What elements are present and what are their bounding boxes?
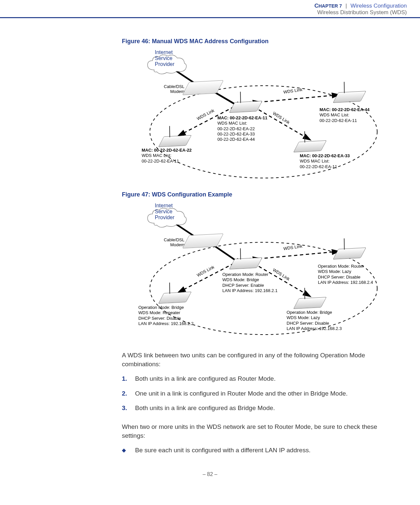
list-item: 2.One unit in a link is configured in Ro… [122,389,395,398]
modem-icon-47 [182,233,224,248]
svg-line-11 [259,252,338,259]
figure-47-caption: Figure 47: WDS Configuration Example [122,191,395,198]
ap-left-47 [158,292,191,304]
cfg-line: LAN IP Address: 192.168.2.2 [138,321,193,326]
intro-text: A WDS link between two units can be conf… [122,351,395,369]
separator: | [346,3,347,9]
cfg-line: DHCP Server: Disable [138,316,193,321]
chapter-label: CHAPTER 7 | Wireless Configuration [314,3,407,9]
modem-label-47: Cable/DSL Modem [155,237,184,247]
mac-sub: WDS MAC List: [142,153,192,158]
ap-bottomright-46 [293,140,326,152]
list-item-text: One unit in a link is configured in Rout… [135,390,348,397]
figure-46-caption: Figure 46: Manual WDS MAC Address Config… [122,38,395,45]
page-number: – 82 – [0,471,420,477]
cfg-line: WDS Mode: Lazy [318,269,373,274]
ap-left-46 [158,135,191,147]
modem-label-46: Cable/DSL Modem [155,84,184,94]
isp-label-46: Internet Service Provider [155,49,175,67]
list-item: Be sure each unit is configured with a d… [122,446,395,455]
mac-title: MAC: 00-22-2D-62-EA-33 [300,153,350,159]
cfg-line: LAN IP Address: 192.168.2.4 [318,280,373,285]
figure-47-diagram: Internet Service Provider Cable/DSL Mode… [135,203,385,341]
cfg-line: Operation Mode: Bridge [287,310,342,315]
cfg-line: Operation Mode: Bridge [138,305,193,310]
chapter-rest: HAPTER 7 [319,3,342,9]
mac-title: MAC: 00-22-2D-62-EA-44 [320,107,370,112]
followup-text: When two or more units in the WDS networ… [122,423,395,440]
wds-link-label-3: WDS Link [283,87,302,95]
annotation-left-46: MAC: 00-22-2D-62-EA-22 WDS MAC List: 00-… [142,148,192,164]
cfg-line: WDS Mode: Lazy [287,315,342,320]
list-item: 1.Both units in a link are configured as… [122,374,395,383]
ap-topright-46 [333,91,366,103]
diamond-list: Be sure each unit is configured with a d… [122,446,395,455]
cfg-line: DHCP Server: Enable [222,283,277,288]
cfg-line: LAN IP Address: 192.168.2.3 [287,326,342,331]
cfg-line: WDS Mode: Repeater [138,310,193,315]
list-number: 2. [122,389,127,398]
mac-item: 00-22-2D-62-EA-33 [217,132,267,137]
annotation-topright-46: MAC: 00-22-2D-62-EA-44 WDS MAC List: 00-… [320,107,370,123]
modem-icon-46 [182,80,224,95]
cfg-line: LAN IP Address: 192.168.2.1 [222,288,277,293]
mac-item: 00-22-2D-62-EA-22 [217,126,267,132]
page-header: CHAPTER 7 | Wireless Configuration Wirel… [0,0,420,18]
ap-center-46 [229,101,262,113]
cfg-line: Operation Mode: Router [318,264,373,269]
annotation-center-47: Operation Mode: Router WDS Mode: Bridge … [222,272,277,293]
list-item-text: Both units in a link are configured as B… [135,404,275,411]
wds-link-label-47-3: WDS Link [283,244,302,251]
cfg-line: Operation Mode: Router [222,272,277,277]
mac-sub: WDS MAC List: [217,121,267,126]
mac-item: 00-22-2D-62-EA-11 [300,164,350,169]
list-item: 3.Both units in a link are configured as… [122,404,395,413]
mac-sub: WDS MAC List: [300,159,350,164]
numbered-list: 1.Both units in a link are configured as… [122,374,395,413]
list-number: 3. [122,404,127,413]
annotation-bottomright-47: Operation Mode: Bridge WDS Mode: Lazy DH… [287,310,342,331]
annotation-left-47: Operation Mode: Bridge WDS Mode: Repeate… [138,305,193,326]
ap-topright-47 [333,248,366,259]
chapter-title: Wireless Configuration [350,3,407,9]
list-number: 1. [122,374,127,383]
content-area: Figure 46: Manual WDS MAC Address Config… [122,38,395,455]
figure-46-diagram: Internet Service Provider Cable/DSL Mode… [135,49,385,181]
section-title: Wireless Distribution System (WDS) [13,9,407,16]
svg-line-5 [259,95,338,102]
wds-link-label-47-1: WDS Link [196,264,215,278]
list-item-text: Both units in a link are configured as R… [135,375,276,382]
mac-item: 00-22-2D-62-EA-44 [217,137,267,142]
ap-center-47 [229,257,262,269]
mac-item: 00-22-2D-62-EA-11 [320,118,370,123]
mac-item: 00-22-2D-62-EA-11 [142,159,192,164]
mac-sub: WDS MAC List: [320,112,370,118]
wds-link-label-1: WDS Link [196,108,215,121]
annotation-bottomright-46: MAC: 00-22-2D-62-EA-33 WDS MAC List: 00-… [300,153,350,169]
ap-bottomright-47 [293,297,326,309]
annotation-center-46: MAC: 00-22-2D-62-EA-11 WDS MAC List: 00-… [217,115,267,142]
mac-title: MAC: 00-22-2D-62-EA-22 [142,148,192,153]
cfg-line: DHCP Server: Disable [287,321,342,326]
annotation-topright-47: Operation Mode: Router WDS Mode: Lazy DH… [318,264,373,285]
wds-link-label-2: WDS Link [272,111,291,125]
bullet-text: Be sure each unit is configured with a d… [135,447,311,454]
mac-title: MAC: 00-22-2D-62-EA-11 [217,115,267,121]
cfg-line: WDS Mode: Bridge [222,277,277,282]
chapter-c: C [314,3,318,9]
isp-label-47: Internet Service Provider [155,203,175,221]
cfg-line: DHCP Server: Disable [318,275,373,280]
